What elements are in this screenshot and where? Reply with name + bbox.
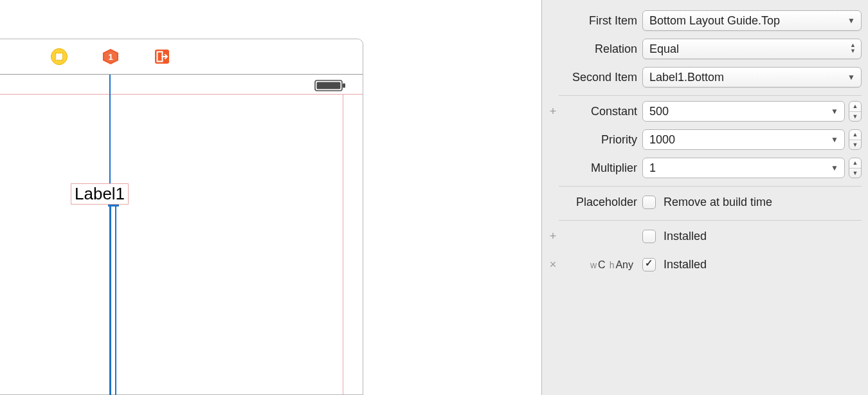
label-installed-sizeclass: wChAny bbox=[560, 258, 642, 271]
label-multiplier: Multiplier bbox=[560, 161, 642, 175]
row-constant: + Constant 500 ▼ ▲▼ bbox=[542, 97, 868, 125]
field-priority[interactable]: 1000 ▼ bbox=[642, 129, 845, 150]
stepper-up-icon[interactable]: ▲ bbox=[849, 130, 861, 140]
safe-area-outline bbox=[0, 95, 363, 394]
constraint-selected-line[interactable] bbox=[110, 207, 116, 395]
chevron-down-icon: ▼ bbox=[831, 158, 838, 178]
attributes-inspector: First Item Bottom Layout Guide.Top ▼ Rel… bbox=[541, 0, 868, 395]
checkbox-installed-default[interactable] bbox=[642, 230, 656, 243]
section-divider bbox=[559, 220, 862, 221]
label1-text: Label1 bbox=[75, 184, 125, 203]
popup-second-item[interactable]: Label1.Bottom ▼ bbox=[642, 67, 862, 87]
remove-variation-installed[interactable]: × bbox=[546, 258, 560, 271]
stepper-down-icon[interactable]: ▼ bbox=[849, 112, 861, 122]
chevron-down-icon: ▼ bbox=[847, 68, 855, 87]
updown-chevron-icon: ▲▼ bbox=[850, 42, 856, 54]
row-installed-default: + Installed bbox=[542, 222, 868, 250]
section-divider bbox=[559, 95, 862, 96]
status-bar bbox=[0, 75, 363, 95]
row-first-item: First Item Bottom Layout Guide.Top ▼ bbox=[542, 6, 868, 35]
checkbox-placeholder[interactable] bbox=[642, 196, 656, 209]
svg-rect-1 bbox=[56, 53, 63, 60]
row-priority: Priority 1000 ▼ ▲▼ bbox=[542, 125, 868, 154]
stepper-constant[interactable]: ▲▼ bbox=[849, 101, 862, 122]
row-relation: Relation Equal ▲▼ bbox=[542, 35, 868, 63]
checkbox-installed-variation[interactable] bbox=[642, 258, 656, 271]
chevron-down-icon: ▼ bbox=[847, 11, 855, 30]
row-placeholder: Placeholder Remove at build time bbox=[542, 188, 868, 216]
row-second-item: Second Item Label1.Bottom ▼ bbox=[542, 63, 868, 91]
scene-toolbar: 1 bbox=[0, 39, 363, 75]
stepper-multiplier[interactable]: ▲▼ bbox=[849, 158, 862, 178]
add-variation-constant[interactable]: + bbox=[546, 105, 560, 118]
view-controller-icon[interactable] bbox=[50, 48, 68, 66]
label-priority: Priority bbox=[560, 133, 642, 147]
battery-icon bbox=[314, 79, 347, 92]
stepper-up-icon[interactable]: ▲ bbox=[849, 158, 861, 169]
field-multiplier[interactable]: 1 ▼ bbox=[642, 158, 845, 178]
svg-rect-8 bbox=[317, 82, 341, 89]
label-second-item: Second Item bbox=[560, 71, 642, 84]
row-installed-variation: × wChAny Installed bbox=[542, 250, 868, 279]
popup-relation[interactable]: Equal ▲▼ bbox=[642, 39, 862, 59]
right-margin-guide bbox=[343, 95, 343, 394]
chevron-down-icon: ▼ bbox=[831, 130, 838, 149]
stepper-down-icon[interactable]: ▼ bbox=[849, 169, 861, 178]
field-constant[interactable]: 500 ▼ bbox=[642, 101, 845, 122]
popup-first-item[interactable]: Bottom Layout Guide.Top ▼ bbox=[642, 10, 862, 31]
label-first-item: First Item bbox=[560, 14, 642, 28]
exit-icon[interactable] bbox=[153, 48, 171, 66]
label1-view[interactable]: Label1 bbox=[71, 183, 129, 205]
row-multiplier: Multiplier 1 ▼ ▲▼ bbox=[542, 154, 868, 182]
checkbox-label-installed-default: Installed bbox=[664, 230, 707, 243]
device-frame: 1 bbox=[0, 39, 363, 395]
add-variation-installed[interactable]: + bbox=[546, 230, 560, 243]
stepper-down-icon[interactable]: ▼ bbox=[849, 140, 861, 150]
section-divider bbox=[559, 186, 862, 187]
checkbox-label-placeholder: Remove at build time bbox=[664, 196, 772, 209]
checkbox-label-installed-variation: Installed bbox=[664, 258, 707, 271]
stepper-up-icon[interactable]: ▲ bbox=[849, 102, 861, 112]
chevron-down-icon: ▼ bbox=[831, 102, 838, 121]
label-placeholder: Placeholder bbox=[560, 196, 642, 209]
stepper-priority[interactable]: ▲▼ bbox=[849, 129, 862, 150]
first-responder-icon[interactable]: 1 bbox=[102, 48, 120, 66]
label-constant: Constant bbox=[560, 105, 642, 118]
interface-builder-canvas[interactable]: 1 Label1 bbox=[0, 0, 540, 395]
label-relation: Relation bbox=[560, 42, 642, 56]
svg-rect-9 bbox=[343, 84, 345, 88]
svg-text:1: 1 bbox=[108, 52, 113, 62]
